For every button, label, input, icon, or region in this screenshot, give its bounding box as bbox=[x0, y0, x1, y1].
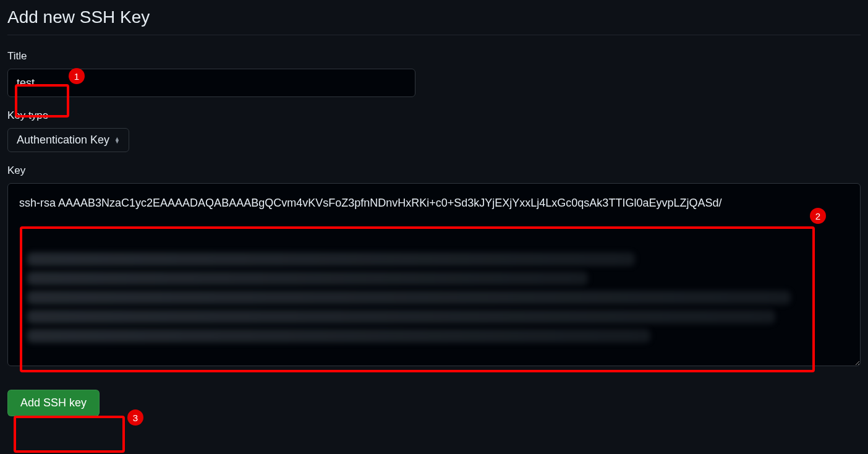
title-label: Title bbox=[7, 50, 861, 62]
updown-caret-icon: ▲▼ bbox=[114, 137, 120, 143]
add-ssh-key-button[interactable]: Add SSH key bbox=[7, 390, 100, 416]
key-label: Key bbox=[7, 165, 861, 177]
key-type-select[interactable]: Authentication Key ▲▼ bbox=[7, 128, 129, 152]
annotation-badge-3: 3 bbox=[127, 409, 143, 426]
key-type-label: Key type bbox=[7, 109, 861, 122]
key-type-selected-value: Authentication Key bbox=[17, 134, 109, 147]
key-textarea[interactable]: ssh-rsa AAAAB3NzaC1yc2EAAAADAQABAAABgQCv… bbox=[7, 183, 861, 366]
page-heading: Add new SSH Key bbox=[7, 7, 861, 27]
annotation-box-3 bbox=[14, 416, 125, 453]
divider bbox=[7, 35, 861, 35]
title-input[interactable] bbox=[7, 69, 415, 97]
